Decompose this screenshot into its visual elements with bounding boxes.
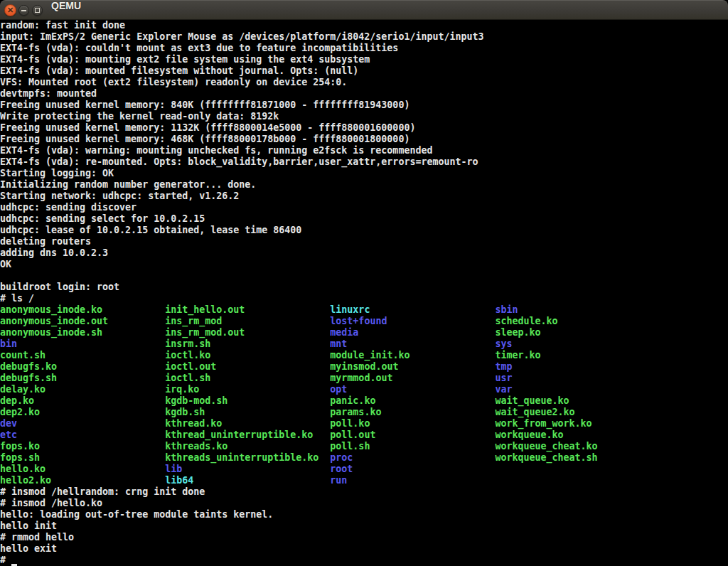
terminal-line: # ls / [0,293,728,304]
file-entry: poll.sh [330,441,495,452]
file-entry: kthreads_uninterruptible.ko [165,452,330,463]
terminal-line: etc kthread_uninterruptible.ko poll.out … [0,429,728,441]
file-entry: sleep.ko [496,327,541,338]
terminal-line: adding dns 10.0.2.3 [0,247,728,259]
terminal-text: EXT4-fs (vda): mounting ext2 file system… [0,54,370,65]
file-entry: delay.ko [0,384,165,395]
terminal-text: deleting routers [0,236,91,247]
close-icon: ✕ [7,6,14,14]
file-entry: lib [165,464,330,474]
file-entry: sys [496,338,513,349]
file-entry: kthreads.ko [165,441,330,452]
terminal-text: Starting logging: OK [0,168,114,178]
terminal-line: VFS: Mounted root (ext2 filesystem) read… [0,77,728,88]
terminal-screen[interactable]: random: fast init doneinput: ImExPS/2 Ge… [0,20,728,566]
terminal-line: Starting logging: OK [0,168,728,179]
terminal-text: EXT4-fs (vda): couldn't mount as ext3 du… [0,43,398,53]
file-entry: module_init.ko [330,350,495,361]
file-entry: root [330,464,353,474]
terminal-line: hello.ko lib root [0,464,728,475]
file-entry: anonymous_inode.out [0,316,165,326]
file-entry: panic.ko [330,395,495,406]
terminal-line: delay.ko irq.ko opt var [0,384,728,395]
window-title: QEMU [51,0,81,20]
terminal-text: # insmod /hello.ko [0,498,102,508]
file-entry: poll.ko [330,418,495,429]
file-entry: fops.ko [0,441,165,452]
file-entry: run [330,475,347,486]
file-entry: debugfs.sh [0,373,165,383]
file-entry: ins_rm_mod [165,316,330,326]
terminal-line: debugfs.ko ioctl.out myinsmod.out tmp [0,361,728,373]
terminal-line: dep2.ko kgdb.sh params.ko wait_queue2.ko [0,407,728,418]
terminal-line: Freeing unused kernel memory: 468K (ffff… [0,134,728,145]
file-entry: myrmmod.out [330,373,495,383]
file-entry: insrm.sh [165,338,330,349]
file-entry: usr [496,373,513,383]
file-entry: kgdb.sh [165,407,330,417]
terminal-line: udhcpc: sending discover [0,202,728,213]
terminal-line: Write protecting the kernel read-only da… [0,111,728,122]
terminal-text: Initializing random number generator... … [0,179,256,190]
file-entry: wait_queue2.ko [496,407,575,417]
file-entry: params.ko [330,407,495,417]
terminal-line: buildroot login: root [0,282,728,293]
file-entry: dev [0,418,165,429]
terminal-text: Freeing unused kernel memory: 1132K (fff… [0,122,415,133]
terminal-line: anonymous_inode.sh ins_rm_mod.out media … [0,327,728,338]
terminal-line: OK [0,259,728,270]
close-button[interactable]: ✕ [4,4,16,16]
terminal-line: count.sh ioctl.ko module_init.ko timer.k… [0,350,728,361]
file-entry: ins_rm_mod.out [165,327,330,338]
terminal-line: # [0,555,728,566]
file-entry: irq.ko [165,384,330,395]
terminal-cursor [11,555,17,566]
terminal-line [0,270,728,282]
file-entry: debugfs.ko [0,361,165,372]
file-entry: kthread.ko [165,418,330,429]
file-entry: ioctl.out [165,361,330,372]
terminal-line: EXT4-fs (vda): re-mounted. Opts: block_v… [0,156,728,168]
file-entry: tmp [496,361,513,372]
terminal-line: udhcpc: lease of 10.0.2.15 obtained, lea… [0,225,728,236]
file-entry: kthread_uninterruptible.ko [165,429,330,440]
terminal-text: hello init [0,520,57,531]
file-entry: work_from_work.ko [496,418,592,429]
terminal-text: devtmpfs: mounted [0,88,97,99]
terminal-line: hello init [0,520,728,532]
terminal-line: anonymous_inode.ko init_hello.out linuxr… [0,304,728,316]
terminal-line: random: fast init done [0,20,728,31]
terminal-line: deleting routers [0,236,728,247]
terminal-line: fops.sh kthreads_uninterruptible.ko proc… [0,452,728,464]
terminal-text: # [0,555,11,565]
file-entry: etc [0,429,165,440]
minimize-button[interactable] [18,5,29,16]
terminal-text: adding dns 10.0.2.3 [0,247,108,258]
file-entry: media [330,327,495,338]
terminal-line: hello: loading out-of-tree module taints… [0,509,728,520]
maximize-button[interactable] [32,5,43,16]
file-entry: schedule.ko [496,316,558,326]
terminal-text: hello: loading out-of-tree module taints… [0,509,273,520]
terminal-text: # insmod /hellrandom: crng init done [0,486,205,497]
terminal-line: # rmmod hello [0,532,728,543]
terminal-text: EXT4-fs (vda): warning: mounting uncheck… [0,145,432,156]
file-entry: mnt [330,338,495,349]
window-titlebar[interactable]: ✕ QEMU [0,0,728,20]
file-entry: lost+found [330,316,495,326]
file-entry: poll.out [330,429,495,440]
terminal-line: dev kthread.ko poll.ko work_from_work.ko [0,418,728,429]
file-entry: timer.ko [496,350,541,361]
terminal-text: udhcpc: sending discover [0,202,136,213]
file-entry: wait_queue.ko [496,395,569,406]
terminal-text: # rmmod hello [0,532,74,543]
terminal-text: # ls / [0,293,34,304]
file-entry: anonymous_inode.sh [0,327,165,338]
file-entry: count.sh [0,350,165,361]
terminal-line: fops.ko kthreads.ko poll.sh workqueue_ch… [0,441,728,452]
terminal-text: random: fast init done [0,20,125,31]
terminal-text: VFS: Mounted root (ext2 filesystem) read… [0,77,347,87]
file-entry: myinsmod.out [330,361,495,372]
file-entry: fops.sh [0,452,165,463]
terminal-line: EXT4-fs (vda): warning: mounting uncheck… [0,145,728,156]
